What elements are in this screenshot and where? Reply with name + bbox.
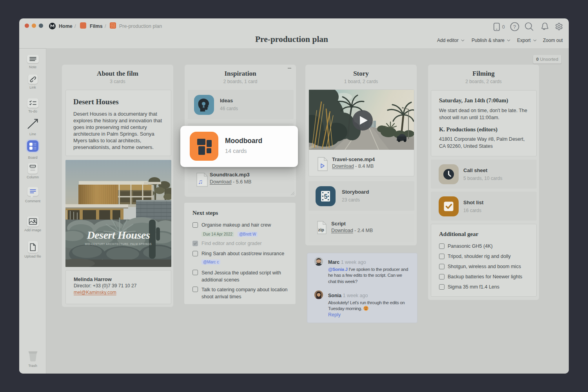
- svg-text:Desert Houses: Desert Houses: [87, 229, 150, 241]
- svg-text:zip: zip: [318, 227, 325, 232]
- svg-text:0: 0: [502, 24, 505, 30]
- svg-text:MID-CENTURY ARCHITECTURE. PALM: MID-CENTURY ARCHITECTURE. PALM SPRINGS: [85, 243, 152, 245]
- svg-text:?: ?: [513, 24, 516, 30]
- svg-text:♫: ♫: [198, 178, 203, 185]
- svg-text:5: 5: [324, 193, 328, 200]
